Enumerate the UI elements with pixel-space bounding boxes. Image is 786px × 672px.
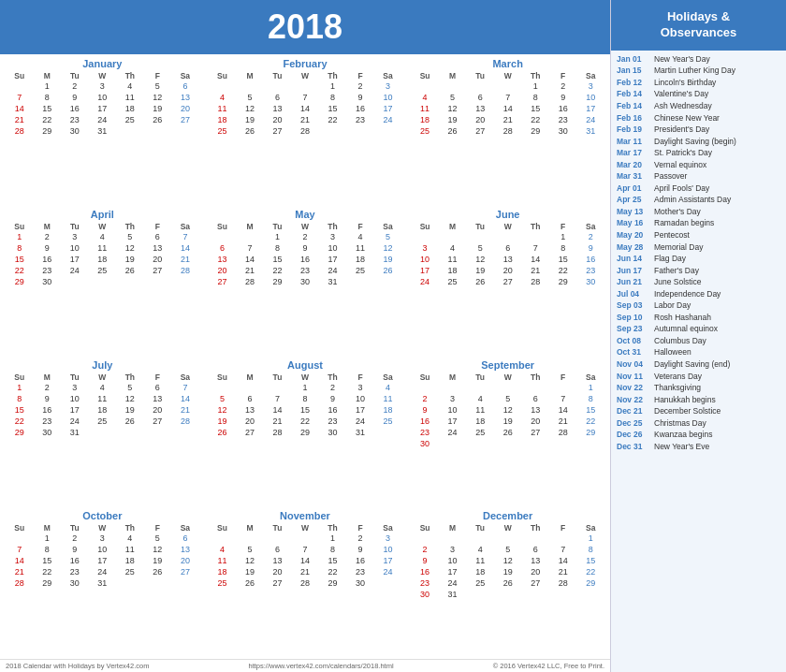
day-cell: 29: [291, 427, 319, 438]
day-empty: [209, 382, 237, 393]
day-cell: 12: [374, 242, 402, 254]
holiday-date: Dec 21: [617, 406, 654, 416]
day-cell: 11: [466, 555, 494, 566]
holiday-name: Flag Day: [654, 254, 686, 264]
day-cell: 31: [61, 427, 89, 438]
day-header: Su: [6, 373, 34, 382]
day-header: Th: [521, 222, 549, 231]
day-cell: 15: [34, 103, 62, 114]
day-cell: 25: [116, 566, 144, 577]
day-cell: 16: [319, 404, 347, 416]
day-header: Th: [116, 222, 144, 231]
holiday-item: Sep 10Rosh Hashanah: [617, 313, 780, 323]
day-cell: 19: [494, 416, 522, 427]
day-header: W: [291, 523, 319, 533]
day-cell: 5: [116, 382, 144, 393]
day-cell: 16: [291, 254, 319, 265]
day-header: F: [549, 222, 577, 231]
holidays-section: Holidays &Observances Jan 01New Year's D…: [610, 0, 786, 672]
day-cell: 8: [521, 92, 549, 103]
day-cell: 27: [144, 265, 172, 276]
day-cell: 9: [346, 544, 374, 555]
day-header: W: [494, 222, 522, 231]
holiday-name: Kwanzaa begins: [654, 430, 712, 440]
day-header: Th: [521, 523, 549, 533]
day-cell: 19: [439, 114, 467, 125]
holiday-name: Independence Day: [654, 289, 720, 299]
day-empty: [236, 533, 264, 544]
day-empty: [466, 231, 494, 242]
day-cell: 13: [264, 103, 292, 114]
day-cell: 11: [374, 393, 402, 404]
day-cell: 12: [116, 242, 144, 254]
day-cell: 21: [494, 114, 522, 125]
day-cell: 10: [411, 254, 439, 265]
day-cell: 9: [549, 92, 577, 103]
day-header: Th: [319, 71, 347, 80]
day-cell: 26: [466, 276, 494, 287]
day-cell: 14: [6, 103, 34, 114]
day-cell: 29: [549, 276, 577, 287]
day-cell: 13: [171, 92, 199, 103]
day-cell: 9: [319, 393, 347, 404]
day-cell: 6: [171, 80, 199, 92]
day-cell: 24: [374, 566, 402, 577]
day-cell: 25: [466, 427, 494, 438]
day-cell: 13: [466, 103, 494, 114]
day-cell: 17: [374, 103, 402, 114]
day-cell: 7: [291, 92, 319, 103]
day-cell: 16: [61, 103, 89, 114]
holiday-name: Autumnal equinox: [654, 324, 718, 334]
day-cell: 15: [291, 404, 319, 416]
holiday-date: Nov 22: [617, 383, 654, 393]
day-header: M: [236, 523, 264, 533]
day-cell: 27: [209, 276, 237, 287]
day-header: M: [439, 523, 467, 533]
day-header: Sa: [171, 71, 199, 80]
day-cell: 6: [521, 393, 549, 404]
day-cell: 19: [116, 254, 144, 265]
month-title: July: [6, 359, 199, 371]
day-cell: 22: [319, 114, 347, 125]
day-cell: 13: [209, 254, 237, 265]
day-header: Th: [521, 373, 549, 382]
day-cell: 2: [61, 80, 89, 92]
day-header: Su: [209, 523, 237, 533]
day-cell: 6: [466, 92, 494, 103]
day-cell: 18: [466, 416, 494, 427]
holiday-name: Pentecost: [654, 230, 690, 241]
day-cell: 13: [171, 544, 199, 555]
holiday-date: Apr 25: [617, 195, 654, 205]
day-cell: 11: [116, 92, 144, 103]
day-header: F: [346, 71, 374, 80]
day-cell: 12: [209, 404, 237, 416]
holiday-item: Feb 16Chinese New Year: [617, 113, 780, 124]
day-header: Sa: [374, 222, 402, 231]
day-cell: 29: [521, 125, 549, 137]
day-empty: [494, 382, 522, 393]
day-cell: 31: [439, 589, 467, 600]
holiday-date: Mar 17: [617, 148, 654, 158]
day-cell: 14: [549, 555, 577, 566]
day-cell: 7: [521, 242, 549, 254]
day-cell: 23: [411, 427, 439, 438]
day-cell: 3: [319, 231, 347, 242]
month-title: September: [411, 359, 604, 371]
day-cell: 3: [61, 382, 89, 393]
day-cell: 28: [6, 125, 34, 137]
day-cell: 16: [576, 254, 604, 265]
holiday-item: Oct 08Columbus Day: [617, 336, 780, 346]
day-header: F: [144, 222, 172, 231]
day-cell: 21: [549, 566, 577, 577]
day-cell: 9: [346, 92, 374, 103]
day-cell: 13: [236, 404, 264, 416]
day-cell: 5: [494, 393, 522, 404]
day-header: Tu: [61, 373, 89, 382]
holiday-name: Daylight Saving (begin): [654, 137, 736, 147]
day-header: Th: [116, 523, 144, 533]
day-empty: [264, 80, 292, 92]
month-block: FebruarySuMTuWThFSa123456789101112131415…: [205, 56, 406, 205]
day-header: F: [346, 222, 374, 231]
day-cell: 13: [264, 555, 292, 566]
holiday-item: Sep 23Autumnal equinox: [617, 324, 780, 334]
